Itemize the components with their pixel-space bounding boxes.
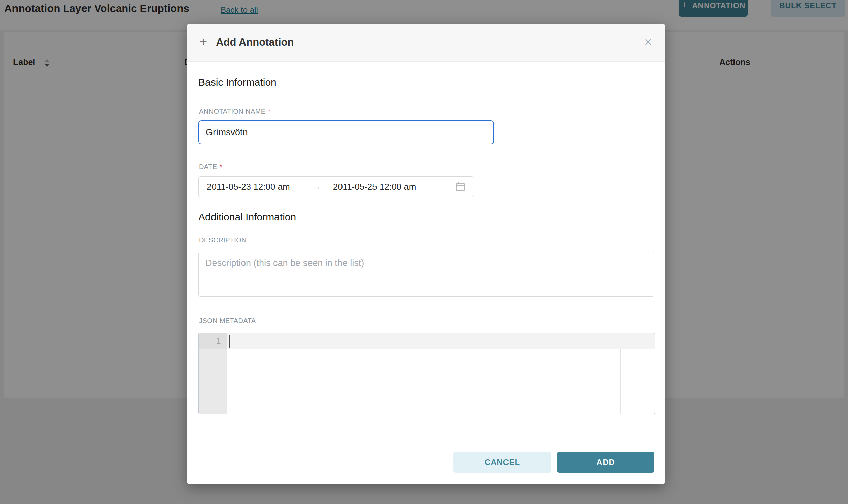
close-icon[interactable]: ✕	[644, 37, 652, 48]
required-asterisk: *	[268, 108, 271, 115]
editor-gutter-active-cell	[199, 334, 227, 349]
range-arrow-icon: →	[312, 181, 321, 192]
date-range-picker[interactable]: 2011-05-23 12:00 am → 2011-05-25 12:00 a…	[198, 176, 474, 197]
editor-gutter: 1	[199, 334, 227, 414]
screen: Annotation Layer Volcanic Eruptions Back…	[0, 0, 848, 504]
cancel-button[interactable]: CANCEL	[453, 451, 551, 473]
date-end-value[interactable]: 2011-05-25 12:00 am	[333, 182, 416, 192]
date-label: DATE*	[199, 163, 222, 170]
modal-header: + Add Annotation ✕	[187, 23, 665, 61]
json-metadata-editor[interactable]: 1	[198, 333, 655, 414]
plus-icon: +	[200, 35, 207, 48]
description-textarea[interactable]	[198, 252, 654, 297]
annotation-name-input[interactable]	[198, 121, 494, 144]
modal-footer: CANCEL ADD	[187, 441, 665, 485]
required-asterisk: *	[219, 163, 222, 170]
editor-active-line	[227, 334, 655, 349]
add-button[interactable]: ADD	[557, 451, 654, 473]
additional-information-heading: Additional Information	[198, 211, 296, 223]
calendar-icon[interactable]	[455, 182, 465, 192]
annotation-name-label: ANNOTATION NAME*	[199, 108, 271, 115]
editor-print-margin	[620, 349, 621, 414]
date-start-value[interactable]: 2011-05-23 12:00 am	[207, 182, 290, 192]
json-metadata-label: JSON METADATA	[199, 317, 256, 325]
basic-information-heading: Basic Information	[198, 77, 277, 88]
modal-title: Add Annotation	[216, 36, 294, 49]
add-annotation-modal: + Add Annotation ✕ Basic Information ANN…	[187, 23, 665, 485]
editor-cursor	[229, 335, 230, 347]
editor-line-number: 1	[216, 336, 221, 346]
description-label: DESCRIPTION	[199, 236, 246, 244]
